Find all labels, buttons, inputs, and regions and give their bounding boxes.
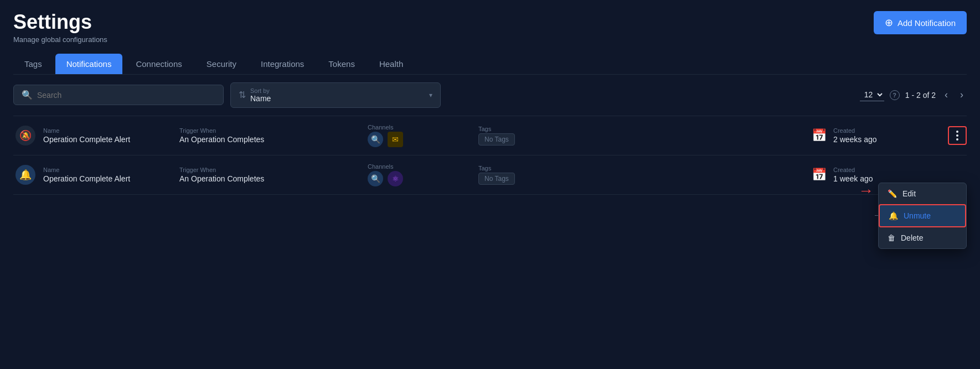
col-trigger-1: Trigger When An Operation Completes: [179, 127, 368, 144]
tags-badge-2: No Tags: [478, 173, 515, 185]
col-actions-1: [933, 126, 967, 145]
col-created-2: 📅 Created 1 week ago: [812, 167, 933, 183]
table-row-2-container: 🔔 Name Operation Complete Alert Trigger …: [13, 155, 967, 194]
dot: [956, 138, 958, 141]
tab-health[interactable]: Health: [368, 54, 414, 74]
context-menu: ✏️ Edit 🔔 Unmute 🗑 Delete: [878, 183, 967, 249]
col-trigger-2: Trigger When An Operation Completes: [179, 167, 368, 183]
name-block-2: Name Operation Complete Alert: [43, 167, 130, 183]
header-row: Settings Manage global configurations ⊕ …: [13, 11, 967, 44]
page-container: Settings Manage global configurations ⊕ …: [0, 0, 980, 224]
tab-tags[interactable]: Tags: [13, 54, 53, 74]
created-block-2: Created 1 week ago: [833, 167, 873, 183]
row-menu-button-1[interactable]: [948, 126, 967, 145]
sort-icon: ⇅: [239, 90, 246, 100]
channel-search-icon-2: 🔍: [368, 171, 383, 186]
pagination-controls: 12 25 50 ? 1 - 2 of 2 ‹ ›: [860, 88, 967, 102]
bottom-pagination: 12 25 50 ? 1 - 2 ‹ ›: [13, 194, 967, 224]
bell-icon: 🔔: [889, 211, 898, 220]
channel-email-icon: ✉: [388, 132, 403, 147]
col-channels-1: Channels 🔍 ✉: [368, 124, 478, 147]
help-icon[interactable]: ?: [890, 90, 900, 100]
tags-badge-1: No Tags: [478, 133, 515, 145]
col-name-1: 🔕 Name Operation Complete Alert: [13, 126, 179, 145]
tab-notifications[interactable]: Notifications: [55, 54, 123, 74]
search-box: 🔍: [13, 85, 224, 105]
sort-text-block: Sort by Name: [250, 87, 425, 103]
page-title: Settings: [13, 11, 107, 33]
toolbar-row: 🔍 ⇅ Sort by Name ▾ 12 25 50 ? 1 - 2 of 2…: [13, 75, 967, 116]
tab-tokens[interactable]: Tokens: [317, 54, 366, 74]
page-info: 1 - 2 of 2: [905, 91, 936, 100]
col-tags-2: Tags No Tags: [478, 165, 622, 185]
trash-icon: 🗑: [888, 233, 895, 242]
page-subtitle: Manage global configurations: [13, 35, 107, 44]
bell-muted-icon: 🔕: [16, 126, 35, 145]
next-page-button[interactable]: ›: [957, 88, 967, 102]
tab-integrations[interactable]: Integrations: [250, 54, 315, 74]
col-tags-1: Tags No Tags: [478, 126, 622, 145]
calendar-icon-2: 📅: [812, 168, 827, 182]
chevron-down-icon: ▾: [429, 91, 432, 99]
prev-page-button[interactable]: ‹: [941, 88, 951, 102]
context-menu-edit[interactable]: ✏️ Edit: [879, 183, 966, 204]
channel-search-icon: 🔍: [368, 132, 383, 147]
header-left: Settings Manage global configurations: [13, 11, 107, 44]
add-notification-button[interactable]: ⊕ Add Notification: [874, 11, 967, 34]
notifications-list: 🔕 Name Operation Complete Alert Trigger …: [13, 116, 967, 194]
search-input[interactable]: [37, 91, 215, 100]
channel-webhook-icon: ⚛: [388, 171, 403, 186]
table-row: 🔕 Name Operation Complete Alert Trigger …: [13, 116, 967, 155]
tab-security[interactable]: Security: [195, 54, 247, 74]
col-channels-2: Channels 🔍 ⚛: [368, 163, 478, 186]
context-menu-unmute[interactable]: 🔔 Unmute: [879, 204, 966, 227]
name-block-1: Name Operation Complete Alert: [43, 127, 130, 144]
edit-icon: ✏️: [888, 189, 897, 198]
context-menu-delete[interactable]: 🗑 Delete: [879, 227, 966, 248]
unmute-arrow-indicator: →: [858, 182, 874, 200]
bell-active-icon: 🔔: [16, 165, 35, 185]
col-created-1: 📅 Created 2 weeks ago: [812, 127, 933, 144]
calendar-icon-1: 📅: [812, 128, 827, 143]
dot: [956, 134, 958, 137]
sort-dropdown[interactable]: ⇅ Sort by Name ▾: [230, 82, 441, 108]
dot: [956, 131, 958, 133]
per-page-select[interactable]: 12 25 50: [860, 89, 884, 101]
notification-row-2: 🔔 Name Operation Complete Alert Trigger …: [13, 155, 967, 194]
search-icon: 🔍: [22, 90, 33, 100]
plus-circle-icon: ⊕: [885, 17, 893, 29]
tab-connections[interactable]: Connections: [125, 54, 193, 74]
notification-row-1: 🔕 Name Operation Complete Alert Trigger …: [13, 116, 967, 155]
tabs-row: Tags Notifications Connections Security …: [13, 54, 967, 75]
created-block-1: Created 2 weeks ago: [833, 127, 877, 144]
channel-icons-1: 🔍 ✉: [368, 132, 478, 147]
col-name-2: 🔔 Name Operation Complete Alert: [13, 165, 179, 185]
channel-icons-2: 🔍 ⚛: [368, 171, 478, 186]
